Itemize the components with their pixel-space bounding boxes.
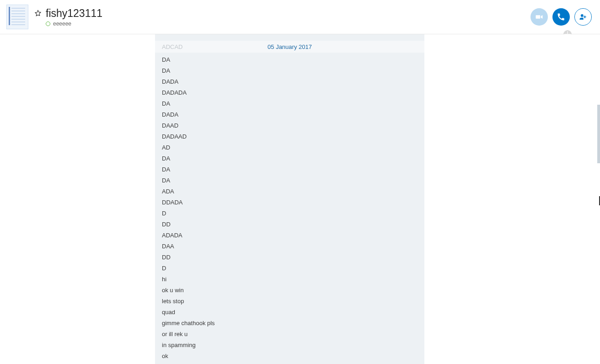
message[interactable]: DAA [162,241,420,252]
message[interactable]: DD [162,219,420,230]
date-separator-label: 05 January 2017 [268,43,312,50]
message[interactable]: DA [162,164,420,175]
favorite-star-icon[interactable] [34,9,42,17]
message[interactable]: lets stop [162,296,420,307]
contact-avatar[interactable] [6,5,28,29]
conversation-body: ADCAD 05 January 2017 DADADADADADADADADA… [0,34,600,364]
message[interactable]: DADADA [162,87,420,98]
add-contact-button[interactable] [574,8,592,26]
message[interactable]: ok u win [162,285,420,296]
message[interactable]: AD [162,142,420,153]
message[interactable]: DA [162,54,420,65]
message[interactable]: gimme chathook pls [162,318,420,329]
message[interactable]: DA [162,65,420,76]
message[interactable]: or ill rek u [162,329,420,340]
contact-name[interactable]: fishy123111 [46,7,102,20]
message[interactable]: hi [162,274,420,285]
audio-call-button[interactable] [552,8,570,26]
message[interactable]: DA [162,98,420,109]
message[interactable]: DD [162,252,420,263]
status-text[interactable]: eeeeee [53,21,71,27]
header-actions [530,8,592,26]
message[interactable]: DDADA [162,197,420,208]
message[interactable]: DA [162,175,420,186]
message[interactable]: D [162,263,420,274]
message[interactable]: DADAAD [162,131,420,142]
message[interactable]: in spamming [162,340,420,351]
date-separator: ADCAD 05 January 2017 [155,41,424,53]
message[interactable]: quad [162,307,420,318]
message[interactable]: D [162,208,420,219]
message[interactable]: DADA [162,109,420,120]
message[interactable]: ADADA [162,230,420,241]
conversation-header: fishy123111 eeeeee [0,0,600,34]
message[interactable]: ADA [162,186,420,197]
message[interactable]: DAAD [162,120,420,131]
scrollbar-thumb[interactable] [597,105,600,163]
partial-message: ADCAD [162,43,183,50]
video-call-button[interactable] [530,8,548,26]
contact-info: fishy123111 eeeeee [34,7,102,27]
presence-online-icon [46,21,50,26]
chat-panel[interactable]: ADCAD 05 January 2017 DADADADADADADADADA… [155,34,424,364]
message[interactable]: DA [162,153,420,164]
message-list: DADADADADADADADADADADAADDADAADADDADADAAD… [162,54,420,362]
message[interactable]: ok [162,351,420,362]
message[interactable]: DADA [162,76,420,87]
